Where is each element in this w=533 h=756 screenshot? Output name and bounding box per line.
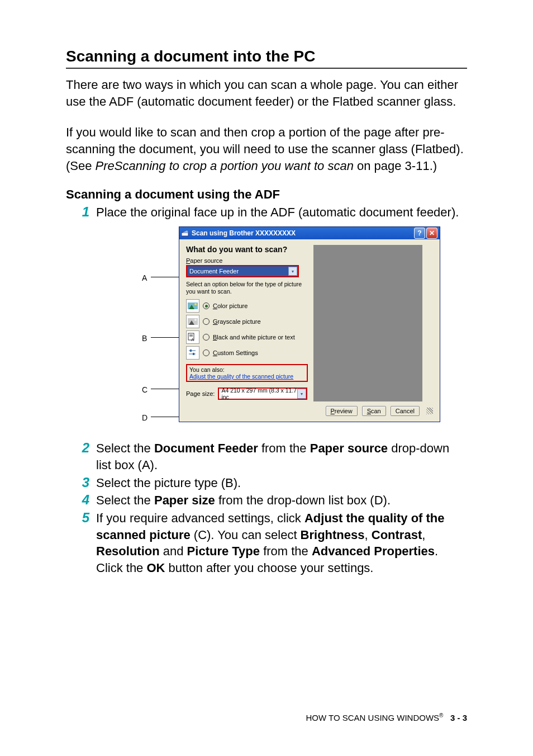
step-number: 4 — [66, 492, 96, 508]
intro-para-1: There are two ways in which you can scan… — [66, 77, 467, 110]
page-size-combo[interactable]: A4 210 x 297 mm (8.3 x 11.7 inc ▾ — [218, 388, 307, 400]
paper-source-label: Paper source — [186, 257, 308, 264]
section-subtitle: Scanning a document using the ADF — [66, 187, 467, 202]
combo-value: Document Feeder — [189, 268, 239, 275]
step-text: Place the original face up in the ADF (a… — [96, 204, 467, 221]
dialog-title: Scan using Brother XXXXXXXXX — [192, 229, 413, 237]
option-grayscale[interactable]: Grayscale picture — [186, 314, 308, 329]
step-text: Select the Document Feeder from the Pape… — [96, 440, 467, 473]
page-title: Scanning a document into the PC — [66, 48, 467, 69]
option-label: Grayscale picture — [213, 318, 261, 325]
callout-line — [151, 389, 180, 389]
page-number: 3 - 3 — [450, 713, 467, 722]
step-number: 2 — [66, 440, 96, 456]
svg-rect-0 — [182, 233, 188, 236]
color-icon — [186, 299, 199, 313]
grayscale-icon — [186, 315, 199, 328]
svg-rect-14 — [193, 353, 194, 355]
resize-grip-icon[interactable] — [426, 408, 433, 414]
page-footer: HOW TO SCAN USING WINDOWS® 3 - 3 — [306, 712, 467, 722]
callout-A: A — [142, 273, 147, 282]
callout-D: D — [142, 413, 147, 422]
para2-text-b: on page 3-11.) — [354, 159, 437, 173]
you-can-also-box: You can also: Adjust the quality of the … — [186, 364, 308, 382]
step-3: 3 Select the picture type (B). — [66, 475, 467, 492]
callout-C: C — [142, 385, 147, 394]
step-1: 1 Place the original face up in the ADF … — [66, 204, 467, 221]
paper-source-combo[interactable]: Document Feeder ▾ — [186, 265, 299, 277]
callout-line — [151, 277, 180, 277]
adjust-quality-link[interactable]: Adjust the quality of the scanned pictur… — [189, 373, 304, 380]
callout-line — [151, 417, 180, 417]
radio-icon — [203, 303, 210, 309]
radio-icon — [203, 334, 210, 341]
page-size-row: Page size: A4 210 x 297 mm (8.3 x 11.7 i… — [186, 388, 308, 400]
step-text: If you require advanced settings, click … — [96, 510, 467, 577]
intro-para-2: If you would like to scan and then crop … — [66, 124, 467, 174]
dialog-footer: Preview Scan Cancel — [179, 406, 440, 422]
scan-dialog-figure: A B C D Scan using Brother XXXXXXXXX ? ✕… — [101, 226, 467, 433]
svg-point-6 — [194, 319, 197, 321]
cancel-button[interactable]: Cancel — [391, 406, 420, 416]
dialog-right-column — [308, 245, 433, 401]
instruction-text: Select an option below for the type of p… — [186, 281, 308, 295]
help-button[interactable]: ? — [414, 228, 425, 239]
dialog-titlebar: Scan using Brother XXXXXXXXX ? ✕ — [179, 227, 440, 239]
svg-text:A: A — [191, 337, 194, 342]
option-label: Color picture — [213, 303, 248, 309]
scan-button[interactable]: Scan — [362, 406, 386, 416]
dialog-body: What do you want to scan? Paper source D… — [179, 239, 440, 406]
scanner-icon — [182, 229, 189, 237]
option-blackwhite[interactable]: A Black and white picture or text — [186, 329, 308, 345]
svg-rect-12 — [190, 349, 192, 352]
dialog-left-column: What do you want to scan? Paper source D… — [186, 245, 308, 401]
option-color[interactable]: Color picture — [186, 298, 308, 314]
text-icon: A — [186, 330, 199, 344]
step-number: 5 — [66, 510, 96, 526]
svg-point-3 — [194, 303, 197, 305]
preview-area — [313, 245, 422, 401]
callout-B: B — [142, 334, 147, 343]
scan-dialog: Scan using Brother XXXXXXXXX ? ✕ What do… — [179, 226, 440, 422]
step-4: 4 Select the Paper size from the drop-do… — [66, 492, 467, 509]
option-custom[interactable]: Custom Settings — [186, 345, 308, 361]
option-label: Custom Settings — [213, 349, 258, 356]
callout-line — [151, 337, 180, 338]
page-size-label: Page size: — [186, 390, 215, 397]
dialog-heading: What do you want to scan? — [186, 245, 308, 254]
step-2: 2 Select the Document Feeder from the Pa… — [66, 440, 467, 473]
also-label: You can also: — [189, 366, 304, 373]
registered-mark: ® — [439, 712, 443, 719]
settings-icon — [186, 346, 199, 360]
picture-type-group: Color picture Grayscale picture A — [186, 298, 308, 361]
step-number: 1 — [66, 204, 96, 220]
close-button[interactable]: ✕ — [426, 228, 437, 239]
step-5: 5 If you require advanced settings, clic… — [66, 510, 467, 577]
step-number: 3 — [66, 475, 96, 490]
chevron-down-icon[interactable]: ▾ — [297, 389, 306, 399]
step-text: Select the Paper size from the drop-down… — [96, 492, 467, 509]
chevron-down-icon[interactable]: ▾ — [288, 267, 297, 276]
radio-icon — [203, 318, 210, 325]
preview-button[interactable]: Preview — [326, 406, 358, 416]
footer-text: HOW TO SCAN USING WINDOWS — [306, 713, 439, 722]
step-text: Select the picture type (B). — [96, 475, 467, 492]
combo-value: A4 210 x 297 mm (8.3 x 11.7 inc — [221, 387, 304, 400]
prescanning-link[interactable]: PreScanning to crop a portion you want t… — [96, 159, 354, 173]
radio-icon — [203, 349, 210, 356]
option-label: Black and white picture or text — [213, 334, 295, 341]
